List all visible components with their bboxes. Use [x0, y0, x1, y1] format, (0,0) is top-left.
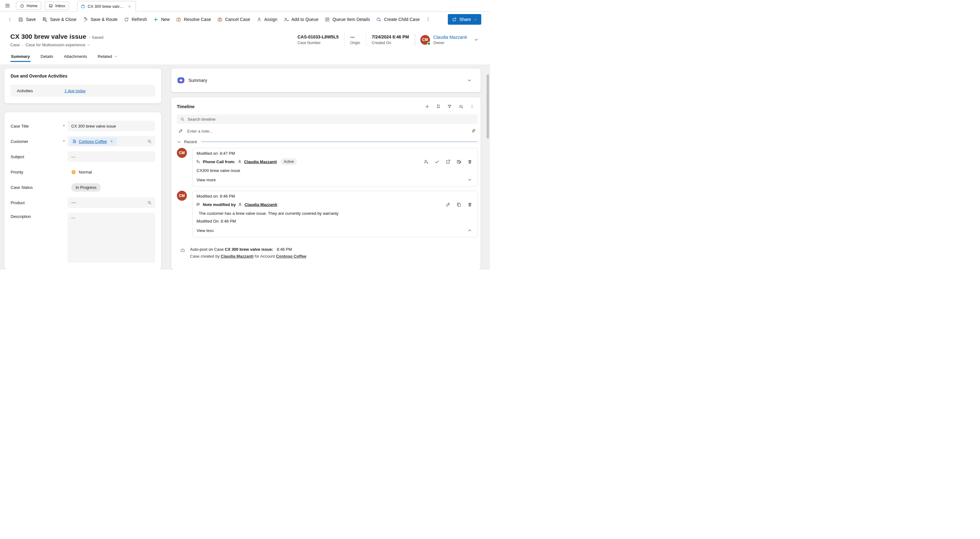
edit-note-button[interactable]	[444, 201, 451, 208]
subject-input[interactable]: ---	[67, 151, 155, 162]
new-command[interactable]: New	[150, 14, 173, 25]
queue-item-details-command[interactable]: Queue Item Details	[321, 14, 373, 25]
trash-icon	[467, 159, 473, 164]
timeline-entry-phone-call: CM Modified on: 8:47 PM Phone Call from:	[177, 148, 477, 187]
priority-row: Priority Normal	[11, 167, 155, 177]
description-empty-value: ---	[71, 215, 75, 220]
cancel-case-command[interactable]: Cancel Case	[214, 14, 253, 25]
summary-collapse-button[interactable]	[465, 76, 474, 85]
save-state-label: - Saved	[89, 35, 103, 40]
open-record-icon	[445, 159, 450, 164]
autopost-account-link[interactable]: Contoso Coffee	[276, 254, 306, 258]
paperclip-icon	[471, 129, 476, 134]
owner-name-link[interactable]: Claudia Mazzanti	[433, 35, 467, 40]
assign-command[interactable]: Assign	[253, 14, 281, 25]
view-less-link[interactable]: View less	[197, 228, 214, 233]
view-more-link[interactable]: View more	[197, 178, 216, 182]
home-tab[interactable]: Home	[16, 2, 41, 10]
customer-record-link[interactable]: Contoso Coffee	[79, 139, 107, 144]
session-tab-close-button[interactable]	[126, 3, 133, 10]
chevron-down-icon	[474, 38, 479, 42]
product-lookup[interactable]: ---	[67, 197, 155, 208]
entry-collapse-button[interactable]	[466, 227, 473, 234]
delete-button[interactable]	[466, 201, 473, 208]
entry-modified-time: Modified on: 8:46 PM	[196, 194, 473, 199]
entry-person-link[interactable]: Claudia Mazzanti	[244, 202, 277, 207]
customer-search-button[interactable]	[147, 139, 152, 144]
origin-label: Origin	[350, 41, 360, 45]
create-child-case-command[interactable]: Create Child Case	[373, 14, 423, 25]
avatar: CM	[177, 191, 187, 201]
timeline-bookmark-button[interactable]	[434, 102, 442, 111]
add-note-button[interactable]	[455, 158, 462, 165]
subject-row: Subject ---	[11, 151, 155, 162]
form-tab-list: Summary Details Attachments Related	[10, 52, 477, 62]
priority-value-text: Normal	[79, 170, 92, 174]
customer-row: Customer * Contoso Coffee	[11, 136, 155, 147]
owner-avatar[interactable]: CM	[420, 35, 430, 45]
command-overflow-button[interactable]	[423, 14, 433, 25]
autopost-detail-prefix: Case created by	[190, 254, 220, 258]
due-today-link[interactable]: 1 due today	[64, 88, 86, 93]
autopost-time: 8:46 PM	[277, 247, 292, 252]
session-tab-case[interactable]: CX 300 brew valve issue	[77, 1, 136, 11]
add-to-queue-command[interactable]: Add to Queue	[281, 14, 321, 25]
vertical-scrollbar-thumb[interactable]	[487, 74, 489, 139]
tab-related[interactable]: Related	[97, 52, 118, 62]
header-collapse-button[interactable]	[472, 35, 480, 44]
assign-icon	[256, 17, 262, 22]
tab-summary[interactable]: Summary	[10, 52, 30, 62]
copy-note-button[interactable]	[455, 201, 462, 208]
timeline-filter-button[interactable]	[445, 102, 454, 111]
timeline-expand-collapse-button[interactable]	[457, 102, 465, 111]
case-number-label: Case Number	[298, 41, 339, 45]
delete-button[interactable]	[466, 158, 473, 165]
customer-label-text: Customer	[11, 139, 28, 144]
form-selector[interactable]: Case for Multisession experience	[25, 43, 90, 47]
chevron-up-icon	[468, 228, 472, 233]
timeline-toolbar	[423, 102, 476, 111]
description-input[interactable]: ---	[67, 213, 155, 263]
autopost-icon	[180, 247, 185, 258]
save-and-route-command[interactable]: Save & Route	[80, 14, 121, 25]
share-button[interactable]: Share	[448, 14, 481, 25]
subject-label: Subject	[11, 151, 67, 162]
entry-expand-button[interactable]	[466, 176, 473, 183]
save-and-close-command[interactable]: Save & Close	[39, 14, 80, 25]
save-command[interactable]: Save	[15, 14, 39, 25]
product-empty-value: ---	[69, 200, 76, 206]
attach-file-button[interactable]	[471, 129, 476, 134]
assign-record-button[interactable]	[423, 158, 430, 165]
owner-field: CM Claudia Mazzanti Owner	[415, 33, 470, 46]
resolve-case-command[interactable]: Resolve Case	[173, 14, 214, 25]
tab-details[interactable]: Details	[40, 52, 54, 62]
open-record-button[interactable]	[444, 158, 451, 165]
case-title-input[interactable]	[67, 121, 155, 131]
person-icon	[237, 159, 242, 164]
timeline-add-button[interactable]	[423, 102, 431, 111]
tab-attachments[interactable]: Attachments	[64, 52, 88, 62]
autopost-text: Auto-post on Case CX 300 brew valve issu…	[190, 247, 306, 258]
refresh-command[interactable]: Refresh	[121, 14, 150, 25]
customer-remove-button[interactable]	[109, 139, 114, 144]
autopost-person-link[interactable]: Claudia Mazzanti	[221, 254, 253, 258]
hamburger-menu-button[interactable]	[3, 1, 13, 11]
note-input[interactable]	[187, 129, 466, 134]
priority-value[interactable]: Normal	[67, 170, 155, 174]
inbox-tab[interactable]: Inbox	[45, 2, 69, 10]
entry-actions	[444, 201, 473, 208]
owner-role-label: Owner	[433, 41, 467, 45]
mark-complete-button[interactable]	[433, 158, 440, 165]
home-icon	[20, 3, 24, 8]
expand-records-icon	[458, 104, 463, 109]
entry-person-link[interactable]: Claudia Mazzanti	[244, 159, 277, 164]
entry-modified-footer: Modified On: 8:46 PM	[196, 219, 473, 223]
back-button[interactable]	[5, 14, 15, 25]
timeline-more-button[interactable]	[468, 102, 476, 111]
recent-collapse-button[interactable]	[177, 140, 181, 144]
resolve-case-command-label: Resolve Case	[184, 17, 211, 22]
create-child-case-command-label: Create Child Case	[384, 17, 420, 22]
session-tab-label: CX 300 brew valve issue	[88, 4, 124, 9]
product-search-button[interactable]	[147, 200, 152, 205]
timeline-search-input[interactable]	[188, 117, 474, 122]
